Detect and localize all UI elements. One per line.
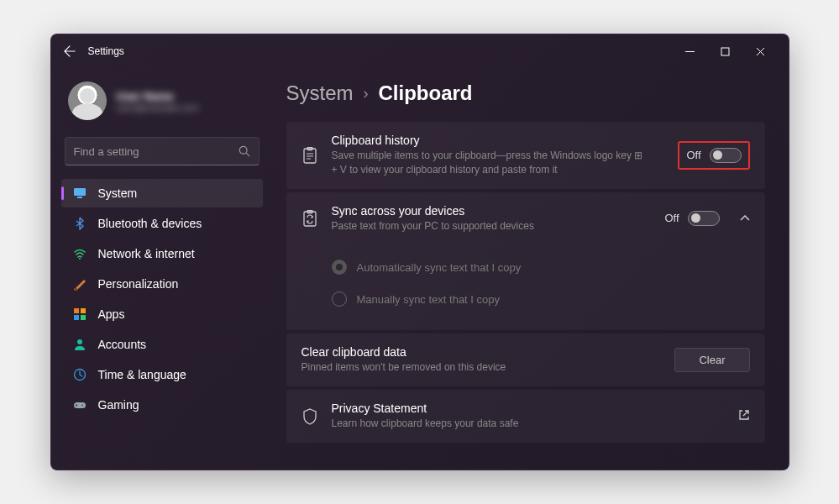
chevron-right-icon: ›	[364, 85, 369, 102]
search-input[interactable]	[74, 145, 232, 158]
nav-list: System Bluetooth & devices Network & int…	[58, 179, 266, 419]
apps-icon	[73, 307, 87, 321]
back-arrow-icon	[64, 45, 76, 57]
sidebar-item-label: System	[98, 186, 138, 200]
sync-icon	[302, 210, 318, 227]
card-description: Paste text from your PC to supported dev…	[332, 219, 651, 234]
search-box[interactable]	[65, 137, 260, 165]
clear-data-card: Clear clipboard data Pinned items won't …	[286, 333, 765, 386]
sync-option-manual[interactable]: Manually sync text that I copy	[332, 283, 750, 315]
svg-point-10	[77, 339, 82, 344]
card-description: Pinned items won't be removed on this de…	[302, 360, 621, 375]
clear-button[interactable]: Clear	[674, 348, 749, 372]
profile-info: User Name user@example.com	[117, 90, 199, 113]
radio-label: Automatically sync text that I copy	[357, 261, 522, 274]
titlebar: Settings	[51, 34, 789, 68]
sync-toggle[interactable]	[688, 211, 720, 226]
sidebar-item-apps[interactable]: Apps	[61, 300, 263, 328]
clipboard-icon	[302, 147, 318, 164]
card-description: Save multiple items to your clipboard—pr…	[332, 149, 651, 177]
profile-email: user@example.com	[117, 102, 199, 113]
close-button[interactable]	[743, 38, 779, 65]
radio-label: Manually sync text that I copy	[357, 293, 501, 306]
sidebar-item-bluetooth[interactable]: Bluetooth & devices	[61, 209, 263, 238]
clock-globe-icon	[73, 368, 87, 381]
svg-rect-6	[74, 308, 79, 313]
maximize-button[interactable]	[708, 38, 743, 65]
main-panel: System › Clipboard Clipboard history Sav…	[270, 68, 789, 470]
window-title: Settings	[88, 45, 663, 57]
svg-rect-3	[77, 197, 82, 198]
history-toggle[interactable]	[710, 148, 742, 163]
shield-icon	[302, 408, 318, 425]
back-button[interactable]	[61, 43, 78, 60]
external-link-icon	[738, 409, 750, 424]
minimize-button[interactable]	[673, 38, 708, 65]
sidebar-item-label: Bluetooth & devices	[98, 217, 202, 230]
sync-option-auto[interactable]: Automatically sync text that I copy	[332, 251, 750, 283]
history-toggle-highlighted: Off	[678, 141, 749, 170]
sidebar-item-personalization[interactable]: Personalization	[61, 270, 263, 298]
avatar	[68, 81, 107, 120]
sync-devices-card: Sync across your devices Paste text from…	[286, 192, 765, 331]
card-title: Clipboard history	[332, 134, 665, 147]
sidebar-item-label: Gaming	[98, 398, 139, 412]
sidebar-item-network[interactable]: Network & internet	[61, 239, 263, 268]
svg-rect-8	[74, 315, 79, 320]
card-title: Sync across your devices	[332, 204, 652, 218]
svg-rect-9	[81, 315, 86, 320]
search-icon	[239, 145, 250, 157]
toggle-state-label: Off	[686, 149, 700, 161]
sidebar-item-accounts[interactable]: Accounts	[61, 330, 263, 359]
window-controls	[673, 38, 779, 65]
gamepad-icon	[73, 398, 87, 412]
svg-point-1	[239, 146, 247, 154]
radio-icon	[332, 260, 347, 275]
radio-icon	[332, 291, 347, 307]
content-area: User Name user@example.com System	[51, 68, 789, 470]
sidebar-item-label: Network & internet	[98, 247, 195, 260]
card-title: Privacy Statement	[332, 402, 725, 415]
profile-section[interactable]: User Name user@example.com	[58, 75, 266, 134]
chevron-up-icon[interactable]	[740, 213, 750, 224]
clipboard-history-card: Clipboard history Save multiple items to…	[286, 122, 765, 189]
svg-point-13	[81, 405, 83, 407]
svg-point-4	[79, 258, 81, 260]
sidebar-item-label: Time & language	[98, 368, 186, 381]
card-title: Clear clipboard data	[302, 345, 662, 359]
breadcrumb-current: Clipboard	[379, 81, 473, 105]
sidebar-item-system[interactable]: System	[61, 179, 263, 207]
system-icon	[73, 186, 87, 200]
toggle-state-label: Off	[664, 212, 679, 224]
svg-rect-0	[721, 48, 729, 55]
wifi-icon	[73, 247, 87, 260]
settings-window: Settings User Name user@example.com	[50, 34, 789, 470]
sidebar-item-label: Personalization	[98, 277, 179, 291]
profile-name: User Name	[117, 90, 199, 102]
sidebar-item-gaming[interactable]: Gaming	[61, 391, 263, 419]
person-icon	[73, 338, 87, 351]
sidebar-item-time[interactable]: Time & language	[61, 360, 263, 389]
sync-toggle-wrap: Off	[664, 211, 719, 226]
sidebar-item-label: Apps	[98, 307, 125, 321]
bluetooth-icon	[73, 217, 87, 230]
brush-icon	[73, 277, 87, 291]
sidebar: User Name user@example.com System	[51, 68, 270, 470]
svg-rect-7	[81, 308, 86, 313]
breadcrumb-parent[interactable]: System	[286, 81, 354, 105]
privacy-statement-card[interactable]: Privacy Statement Learn how clipboard ke…	[286, 390, 765, 443]
card-description: Learn how clipboard keeps your data safe	[332, 417, 651, 431]
svg-rect-5	[74, 288, 77, 291]
sync-options: Automatically sync text that I copy Manu…	[286, 244, 765, 330]
svg-rect-2	[74, 188, 86, 196]
sidebar-item-label: Accounts	[98, 338, 147, 351]
breadcrumb: System › Clipboard	[286, 81, 765, 105]
